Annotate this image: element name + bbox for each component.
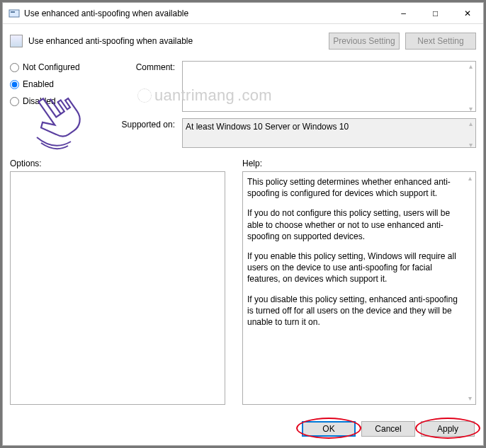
header: Use enhanced anti-spoofing when availabl…	[3, 24, 483, 58]
svg-rect-1	[11, 11, 15, 13]
options-pane	[10, 171, 225, 405]
footer: OK Cancel Apply	[3, 414, 483, 445]
pane-labels: Options: Help:	[3, 150, 483, 171]
scroll-indicator: ▴▾	[465, 173, 475, 403]
minimize-button[interactable]: –	[388, 3, 419, 23]
comment-label: Comment:	[115, 61, 175, 114]
window-controls: – □ ✕	[388, 3, 483, 23]
ok-button[interactable]: OK	[302, 421, 356, 437]
svg-rect-0	[9, 10, 19, 17]
comment-input[interactable]	[182, 61, 476, 112]
options-label: Options:	[10, 159, 225, 168]
help-paragraph: If you disable this policy setting, enha…	[247, 294, 463, 328]
policy-icon	[10, 35, 23, 47]
help-paragraph: If you do not configure this policy sett…	[247, 207, 463, 242]
policy-title: Use enhanced anti-spoofing when availabl…	[28, 36, 329, 46]
config-row: Not Configured Enabled Disabled Comment:…	[3, 58, 483, 114]
supported-label: Supported on:	[115, 118, 175, 150]
window-title: Use enhanced anti-spoofing when availabl…	[24, 8, 388, 18]
cancel-button[interactable]: Cancel	[361, 421, 415, 437]
dialog-window: Use enhanced anti-spoofing when availabl…	[2, 2, 484, 446]
titlebar: Use enhanced anti-spoofing when availabl…	[3, 3, 483, 24]
supported-row: Supported on: ▴▾	[3, 114, 483, 150]
radio-not-configured[interactable]: Not Configured	[10, 62, 108, 72]
radio-disabled[interactable]: Disabled	[10, 96, 108, 106]
state-radios: Not Configured Enabled Disabled	[10, 61, 108, 114]
radio-label: Not Configured	[23, 62, 80, 72]
help-paragraph: This policy setting determines whether e…	[247, 176, 463, 199]
radio-label: Disabled	[23, 96, 56, 106]
next-setting-button[interactable]: Next Setting	[405, 33, 476, 50]
radio-enabled[interactable]: Enabled	[10, 79, 108, 89]
previous-setting-button[interactable]: Previous Setting	[329, 33, 400, 50]
nav-buttons: Previous Setting Next Setting	[329, 33, 476, 50]
panes: This policy setting determines whether e…	[3, 171, 483, 414]
maximize-button[interactable]: □	[419, 3, 451, 23]
help-paragraph: If you enable this policy setting, Windo…	[247, 251, 463, 285]
app-icon	[9, 8, 20, 19]
help-pane: This policy setting determines whether e…	[242, 171, 476, 405]
supported-on-field	[182, 118, 476, 148]
close-button[interactable]: ✕	[451, 3, 483, 23]
apply-button[interactable]: Apply	[421, 421, 475, 437]
help-label: Help:	[242, 159, 262, 168]
radio-label: Enabled	[23, 79, 54, 89]
